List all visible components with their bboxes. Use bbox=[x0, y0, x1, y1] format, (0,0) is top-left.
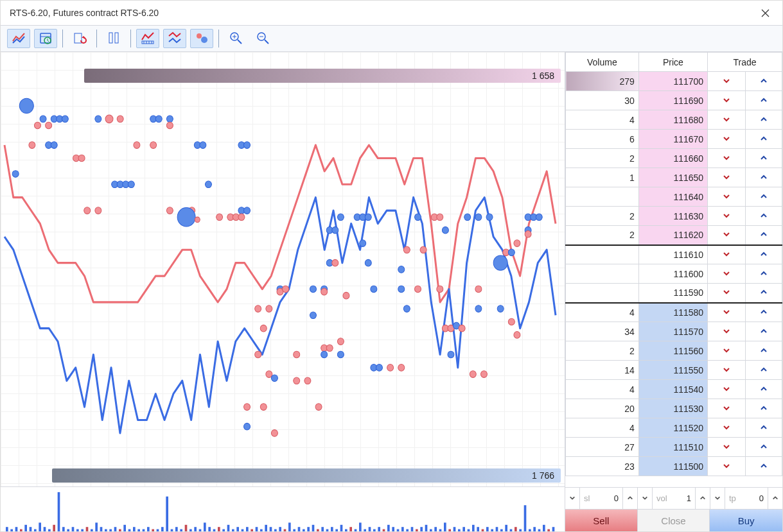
sell-at-price-button[interactable] bbox=[708, 380, 744, 399]
buy-at-price-button[interactable] bbox=[745, 226, 782, 245]
sell-at-price-button[interactable] bbox=[708, 110, 744, 129]
sl-increment-button[interactable] bbox=[623, 488, 637, 509]
sell-button[interactable]: Sell bbox=[565, 510, 638, 531]
sell-at-price-button[interactable] bbox=[708, 187, 744, 206]
sell-at-price-button[interactable] bbox=[708, 418, 744, 437]
ladder-row[interactable]: 2111560 bbox=[566, 341, 782, 361]
svg-rect-159 bbox=[81, 529, 84, 531]
vol-increment-button[interactable] bbox=[696, 488, 710, 509]
buy-at-price-button[interactable] bbox=[745, 380, 782, 399]
sell-at-price-button[interactable] bbox=[708, 168, 744, 187]
line-chart-button[interactable] bbox=[7, 29, 30, 48]
buy-at-price-button[interactable] bbox=[745, 304, 782, 322]
zoom-in-button[interactable] bbox=[224, 29, 247, 48]
tp-increment-button[interactable] bbox=[768, 488, 782, 509]
svg-rect-224 bbox=[387, 525, 390, 531]
ladder-row[interactable]: 2111620 bbox=[566, 226, 782, 245]
col-trade[interactable]: Trade bbox=[708, 53, 782, 72]
sell-at-price-button[interactable] bbox=[708, 304, 744, 322]
col-price[interactable]: Price bbox=[638, 53, 707, 72]
buy-at-price-button[interactable] bbox=[745, 264, 782, 283]
sell-at-price-button[interactable] bbox=[708, 207, 744, 225]
ladder-row[interactable]: 34111570 bbox=[566, 322, 782, 341]
chevron-up-icon bbox=[760, 365, 768, 375]
buy-at-price-button[interactable] bbox=[745, 91, 782, 110]
sell-at-price-button[interactable] bbox=[708, 341, 744, 360]
ladder-row[interactable]: 4111540 bbox=[566, 380, 782, 399]
ladder-price: 111610 bbox=[638, 245, 707, 264]
buy-at-price-button[interactable] bbox=[745, 399, 782, 418]
ladder-row[interactable]: 27111510 bbox=[566, 438, 782, 457]
sell-at-price-button[interactable] bbox=[708, 399, 744, 418]
sl-input[interactable]: sl0 bbox=[579, 488, 623, 509]
buy-at-price-button[interactable] bbox=[745, 130, 782, 148]
ladder-row[interactable]: 279111700 bbox=[566, 72, 782, 91]
buy-at-price-button[interactable] bbox=[745, 72, 782, 90]
buy-at-price-button[interactable] bbox=[745, 246, 782, 264]
volume-subchart[interactable] bbox=[1, 486, 565, 531]
ladder-row[interactable]: 111590 bbox=[566, 284, 782, 303]
buy-at-price-button[interactable] bbox=[745, 418, 782, 437]
svg-point-62 bbox=[216, 214, 223, 221]
buy-at-price-button[interactable] bbox=[745, 187, 782, 206]
window-close-button[interactable] bbox=[750, 3, 780, 23]
sell-at-price-button[interactable] bbox=[708, 361, 744, 379]
sell-at-price-button[interactable] bbox=[708, 72, 744, 90]
refresh-red-button[interactable] bbox=[68, 29, 91, 48]
sell-at-price-button[interactable] bbox=[708, 91, 744, 110]
vol-input[interactable]: vol1 bbox=[652, 488, 696, 509]
sell-at-price-button[interactable] bbox=[708, 226, 744, 245]
ladder-row[interactable]: 2111630 bbox=[566, 207, 782, 226]
ladder-row[interactable]: 111610 bbox=[566, 245, 782, 264]
ladder-row[interactable]: 20111530 bbox=[566, 399, 782, 418]
buy-at-price-button[interactable] bbox=[745, 284, 782, 302]
sl-decrement-button[interactable] bbox=[565, 488, 579, 509]
ladder-trade-cell bbox=[708, 418, 782, 438]
ladder-row[interactable]: 6111670 bbox=[566, 130, 782, 149]
buy-at-price-button[interactable] bbox=[745, 341, 782, 360]
ladder-row[interactable]: 23111500 bbox=[566, 457, 782, 476]
ladder-row[interactable]: 111640 bbox=[566, 187, 782, 207]
ladder-row[interactable]: 2111660 bbox=[566, 149, 782, 168]
ladder-row[interactable]: 30111690 bbox=[566, 91, 782, 110]
buy-at-price-button[interactable] bbox=[745, 457, 782, 476]
bubbles-button[interactable] bbox=[190, 29, 213, 48]
sell-at-price-button[interactable] bbox=[708, 246, 744, 264]
buy-at-price-button[interactable] bbox=[745, 168, 782, 187]
sell-at-price-button[interactable] bbox=[708, 130, 744, 148]
ladder-trade-cell bbox=[708, 91, 782, 110]
ladder-row[interactable]: 4111680 bbox=[566, 110, 782, 130]
sell-at-price-button[interactable] bbox=[708, 149, 744, 167]
chart-settings-button[interactable] bbox=[136, 29, 159, 48]
buy-at-price-button[interactable] bbox=[745, 361, 782, 379]
svg-rect-193 bbox=[242, 529, 244, 531]
buy-at-price-button[interactable] bbox=[745, 149, 782, 167]
zoom-out-button[interactable] bbox=[251, 29, 274, 48]
tp-decrement-button[interactable] bbox=[710, 488, 725, 509]
columns-button[interactable] bbox=[102, 29, 125, 48]
vol-decrement-button[interactable] bbox=[638, 488, 652, 509]
sell-at-price-button[interactable] bbox=[708, 264, 744, 283]
dual-line-button[interactable] bbox=[163, 29, 186, 48]
calendar-button[interactable] bbox=[34, 29, 57, 48]
sell-at-price-button[interactable] bbox=[708, 457, 744, 476]
buy-at-price-button[interactable] bbox=[745, 207, 782, 225]
svg-rect-192 bbox=[236, 527, 239, 531]
chart-main[interactable]: 1 658 1 766 bbox=[1, 52, 565, 486]
col-volume[interactable]: Volume bbox=[566, 53, 639, 72]
ladder-row[interactable]: 1111650 bbox=[566, 168, 782, 187]
sell-at-price-button[interactable] bbox=[708, 438, 744, 456]
ladder-row[interactable]: 4111520 bbox=[566, 418, 782, 438]
buy-at-price-button[interactable] bbox=[745, 438, 782, 456]
ladder-volume: 2 bbox=[566, 149, 639, 168]
tp-input[interactable]: tp0 bbox=[725, 488, 768, 509]
ladder-row[interactable]: 14111550 bbox=[566, 361, 782, 380]
sell-at-price-button[interactable] bbox=[708, 284, 744, 302]
ladder-row[interactable]: 111600 bbox=[566, 264, 782, 284]
chevron-down-icon bbox=[723, 404, 730, 414]
ladder-row[interactable]: 4111580 bbox=[566, 303, 782, 322]
buy-button[interactable]: Buy bbox=[710, 510, 782, 531]
sell-at-price-button[interactable] bbox=[708, 322, 744, 341]
buy-at-price-button[interactable] bbox=[745, 110, 782, 129]
buy-at-price-button[interactable] bbox=[745, 322, 782, 341]
